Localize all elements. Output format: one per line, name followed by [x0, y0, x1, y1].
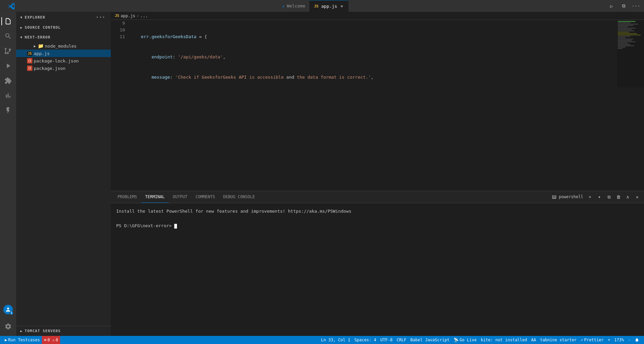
- notification-badge: 1: [9, 311, 14, 315]
- terminal-content[interactable]: Install the latest PowerShell for new fe…: [111, 203, 644, 336]
- code-token: :: [170, 74, 175, 81]
- editor-area: JS app.js › ... 9 10 11 err.geeksforGeek…: [111, 12, 644, 336]
- appjs-tab-icon: JS: [313, 4, 319, 9]
- split-terminal-btn[interactable]: ⧉: [605, 193, 613, 201]
- next-error-header[interactable]: ▼ NEXT-ERROR: [16, 32, 111, 42]
- activity-explorer[interactable]: [1, 15, 15, 28]
- more-actions-button[interactable]: ···: [631, 1, 641, 11]
- code-token: ,: [223, 54, 226, 60]
- prettier-icon: ✓: [581, 338, 583, 342]
- tab-terminal[interactable]: TERMINAL: [141, 191, 169, 203]
- status-tabnine[interactable]: tabnine starter: [538, 336, 578, 344]
- breadcrumb: JS app.js › ...: [111, 12, 644, 20]
- status-prettier[interactable]: ✓ Prettier: [579, 336, 606, 344]
- code-editor[interactable]: 9 10 11 err.geeksforGeeksData = { endpoi…: [111, 20, 644, 87]
- tab-problems[interactable]: PROBLEMS: [113, 191, 141, 203]
- tab-welcome[interactable]: ✦ Welcome: [278, 0, 309, 12]
- source-control-header[interactable]: ▶ SOURCE CONTROL: [16, 23, 111, 32]
- error-count: 0: [47, 338, 50, 342]
- activity-lightning[interactable]: [1, 104, 15, 117]
- user-avatar[interactable]: 1: [3, 305, 13, 314]
- error-icon: ⊗: [44, 338, 46, 342]
- eol-text: CRLF: [396, 338, 406, 342]
- tomcat-header[interactable]: ▶ TOMCAT SERVERS: [16, 326, 111, 336]
- code-token: [130, 74, 152, 81]
- minus-text: -: [628, 338, 630, 342]
- position-text: Ln 33, Col 1: [321, 338, 351, 342]
- files-icon: [4, 18, 12, 25]
- code-content[interactable]: err.geeksforGeeksData = { endpoint: '/ap…: [128, 20, 617, 87]
- breadcrumb-context[interactable]: ...: [140, 14, 148, 18]
- tree-item-appjs[interactable]: JS app.js: [16, 50, 111, 57]
- tab-comments[interactable]: COMMENTS: [191, 191, 219, 203]
- status-zoom[interactable]: 173%: [612, 336, 626, 344]
- problems-label: PROBLEMS: [118, 194, 137, 199]
- status-bar: ▶ Run Testcases ⊗ 0 ⚠ 0 Ln 33, Col 1 Spa…: [0, 336, 644, 344]
- title-bar: ✦ Welcome JS app.js ✕ ▷ ⧉ ···: [0, 0, 644, 12]
- extensions-icon: [4, 77, 12, 84]
- kill-terminal-btn[interactable]: 🗑: [614, 193, 622, 201]
- tree-item-node-modules[interactable]: ▶ 📁 node_modules: [16, 42, 111, 50]
- maximize-panel-btn[interactable]: ∧: [624, 193, 632, 201]
- activity-search[interactable]: [1, 29, 15, 43]
- status-notifications[interactable]: [633, 336, 641, 344]
- terminal-dropdown-btn[interactable]: ▾: [595, 193, 603, 201]
- node-modules-folder-icon: 📁: [38, 43, 44, 49]
- breadcrumb-filename[interactable]: app.js: [121, 14, 135, 18]
- explorer-more-btn[interactable]: ···: [96, 15, 105, 20]
- close-panel-btn[interactable]: ✕: [633, 193, 641, 201]
- run-icon: ▶: [5, 338, 7, 342]
- tree-item-package-lock[interactable]: {} package-lock.json: [16, 57, 111, 64]
- package-json-label: package.json: [34, 66, 66, 71]
- panel-tab-bar: PROBLEMS TERMINAL OUTPUT COMMENTS DEBUG …: [111, 191, 644, 203]
- status-plus[interactable]: +: [606, 336, 612, 344]
- node-modules-chevron: ▶: [34, 44, 36, 48]
- package-lock-label: package-lock.json: [34, 58, 79, 63]
- status-run-testcases[interactable]: ▶ Run Testcases: [3, 336, 42, 344]
- plus-text: +: [608, 338, 610, 342]
- status-minus[interactable]: -: [626, 336, 633, 344]
- status-position[interactable]: Ln 33, Col 1: [319, 336, 353, 344]
- activity-settings[interactable]: [1, 320, 15, 333]
- encoding-text: UTF-8: [380, 338, 392, 342]
- status-encoding[interactable]: UTF-8: [378, 336, 394, 344]
- breadcrumb-sep: ›: [137, 14, 139, 18]
- language-text: Babel JavaScript: [410, 338, 449, 342]
- welcome-tab-label: Welcome: [287, 3, 305, 8]
- tab-appjs[interactable]: JS app.js ✕: [309, 0, 349, 12]
- terminal-cursor: [174, 224, 177, 229]
- appjs-tab-close[interactable]: ✕: [339, 3, 344, 9]
- code-line-11: message: 'Check if GeeksforGeeks API is …: [130, 74, 614, 81]
- code-token: endpoint: [152, 54, 173, 60]
- panel-actions: powershell + ▾ ⧉ 🗑 ∧ ✕: [550, 193, 641, 201]
- status-aa[interactable]: AA: [529, 336, 538, 344]
- settings-icon: [4, 323, 12, 330]
- tree-item-package-json[interactable]: {} package.json: [16, 64, 111, 72]
- activity-run[interactable]: [1, 59, 15, 73]
- status-errors[interactable]: ⊗ 0 ⚠ 0: [42, 336, 60, 344]
- status-golive[interactable]: 📡 Go Live: [452, 336, 479, 344]
- tomcat-label: TOMCAT SERVERS: [25, 329, 61, 333]
- breadcrumb-icon: JS: [115, 14, 119, 18]
- status-language[interactable]: Babel JavaScript: [408, 336, 452, 344]
- explorer-label: EXPLORER: [25, 15, 45, 20]
- split-editor-button[interactable]: ⧉: [619, 1, 628, 11]
- new-terminal-btn[interactable]: +: [586, 193, 594, 201]
- tab-debug-console[interactable]: DEBUG CONSOLE: [219, 191, 259, 203]
- tab-output[interactable]: OUTPUT: [169, 191, 191, 203]
- activity-chart[interactable]: [1, 89, 15, 102]
- code-line-9: err.geeksforGeeksData = {: [130, 33, 614, 40]
- status-kite[interactable]: kite: not installed: [479, 336, 529, 344]
- package-lock-icon: {}: [27, 58, 32, 63]
- code-token: = {: [197, 33, 207, 40]
- explorer-chevron: ▼: [20, 16, 23, 19]
- terminal-prompt: PS D:\GFG\next-error>: [116, 223, 174, 228]
- welcome-tab-icon: ✦: [282, 3, 285, 9]
- activity-git[interactable]: [1, 44, 15, 58]
- explorer-header[interactable]: ▼ EXPLORER ···: [16, 12, 111, 23]
- status-spaces[interactable]: Spaces: 4: [352, 336, 378, 344]
- run-button[interactable]: ▷: [607, 1, 616, 11]
- status-eol[interactable]: CRLF: [394, 336, 408, 344]
- panel: PROBLEMS TERMINAL OUTPUT COMMENTS DEBUG …: [111, 191, 644, 336]
- activity-extensions[interactable]: [1, 74, 15, 87]
